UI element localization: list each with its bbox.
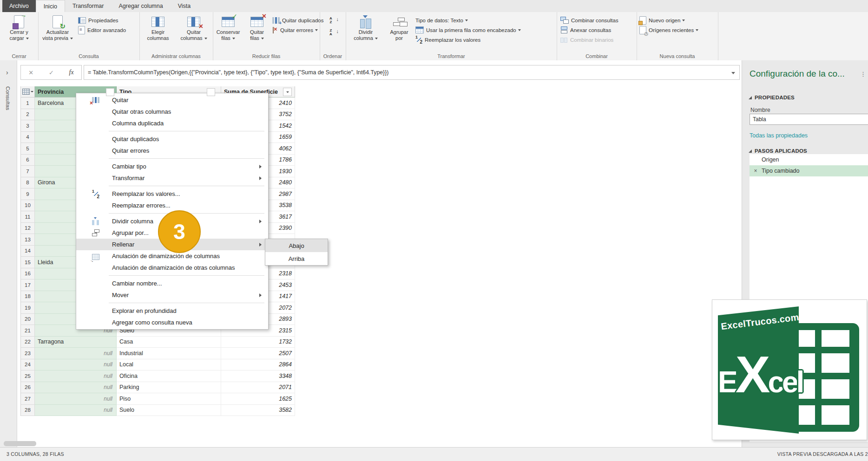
row-number[interactable]: 20 (21, 314, 35, 325)
row-number[interactable]: 22 (21, 337, 35, 348)
row-number[interactable]: 7 (21, 166, 35, 177)
row-number[interactable]: 9 (21, 188, 35, 200)
all-properties-link[interactable]: Todas las propiedades (750, 132, 808, 139)
cell-suma-de-superficie[interactable]: 2864 (221, 359, 295, 371)
cell-tipo[interactable]: Local (117, 359, 221, 371)
sort-descending-button[interactable] (327, 26, 338, 39)
menu-item[interactable]: Mover (76, 289, 268, 301)
row-number[interactable]: 10 (21, 200, 35, 212)
close-and-load-button[interactable]: Cerrar y cargar (2, 14, 36, 52)
panel-options-icon[interactable]: ⋮ (860, 71, 866, 78)
tab-vista[interactable]: Vista (171, 0, 198, 12)
tab-archivo[interactable]: Archivo (2, 0, 36, 12)
menu-item[interactable]: Cambiar tipo (76, 161, 268, 172)
row-number[interactable]: 4 (21, 132, 35, 143)
cell-tipo[interactable]: Parking (117, 382, 221, 394)
row-number[interactable]: 8 (21, 177, 35, 189)
step-tipo-cambiado[interactable]: × Tipo cambiado (750, 165, 868, 176)
confirm-formula-icon[interactable]: ✓ (49, 69, 54, 76)
applied-steps-section-header[interactable]: PASOS APLICADOS (749, 148, 807, 154)
split-column-button[interactable]: Dividir columna (348, 14, 384, 52)
keep-rows-button[interactable]: Conservar filas (214, 14, 243, 52)
remove-duplicates-button[interactable]: Quitar duplicados (272, 15, 324, 25)
menu-item[interactable]: Agregar como consulta nueva (76, 317, 268, 328)
cell-provincia[interactable]: null (35, 405, 117, 416)
menu-item[interactable]: Cambiar nombre... (76, 278, 268, 289)
recent-sources-button[interactable]: Orígenes recientes (639, 25, 698, 35)
menu-item[interactable]: Anulación de dinamización de columnas (76, 250, 268, 262)
query-name-input[interactable] (750, 114, 868, 125)
formula-input[interactable]: = Table.TransformColumnTypes(Origen,{{"P… (84, 65, 740, 80)
row-number[interactable]: 14 (21, 246, 35, 257)
menu-item[interactable]: Anulación de dinamización de otras colum… (76, 262, 268, 273)
row-number[interactable]: 5 (21, 143, 35, 155)
menu-item[interactable]: Quitar (76, 94, 268, 106)
queries-pane-label[interactable]: Consultas (5, 86, 11, 110)
tab-inicio[interactable]: Inicio (36, 0, 65, 12)
menu-item[interactable]: Quitar errores (76, 145, 268, 156)
advanced-editor-button[interactable]: Editor avanzado (78, 25, 126, 35)
cell-tipo[interactable]: Industrial (117, 348, 221, 359)
row-number[interactable]: 2 (21, 109, 35, 121)
menu-item[interactable]: Transformar (76, 172, 268, 184)
row-number[interactable]: 1 (21, 97, 35, 109)
tab-agregar-columna[interactable]: Agregar columna (111, 0, 170, 12)
sort-ascending-button[interactable] (327, 14, 338, 26)
cell-suma-de-superficie[interactable]: 2071 (221, 382, 295, 394)
row-number[interactable]: 16 (21, 268, 35, 280)
step-origen[interactable]: Origen (750, 154, 868, 165)
remove-columns-button[interactable]: Quitar columnas (176, 14, 212, 52)
cell-suma-de-superficie[interactable]: 2507 (221, 348, 295, 359)
cell-suma-de-superficie[interactable]: 1625 (221, 393, 295, 405)
row-number[interactable]: 12 (21, 223, 35, 234)
menu-item[interactable]: Reemplazar los valores... (76, 188, 268, 200)
row-number[interactable]: 3 (21, 120, 35, 132)
new-source-button[interactable]: Nuevo origen (639, 15, 698, 25)
merge-queries-button[interactable]: Combinar consultas (560, 15, 618, 25)
cell-provincia[interactable]: null (35, 348, 117, 359)
refresh-preview-button[interactable]: Actualizar vista previa (39, 14, 76, 52)
submenu-item-arriba[interactable]: Arriba (265, 252, 328, 265)
group-by-button[interactable]: Agrupar por (385, 14, 414, 52)
data-type-button[interactable]: Tipo de datos: Texto (415, 15, 521, 25)
row-number[interactable]: 11 (21, 211, 35, 223)
cell-tipo[interactable]: Oficina (117, 370, 221, 382)
row-number[interactable]: 23 (21, 348, 35, 359)
menu-item[interactable]: Quitar otras columnas (76, 106, 268, 117)
menu-item[interactable]: Quitar duplicados (76, 133, 268, 145)
first-row-as-header-button[interactable]: Usar la primera fila como encabezado (415, 25, 521, 35)
cell-provincia[interactable]: null (35, 382, 117, 394)
append-queries-button[interactable]: Anexar consultas (560, 25, 618, 35)
row-number[interactable]: 21 (21, 325, 35, 337)
formula-expand-caret[interactable] (731, 72, 735, 74)
properties-section-header[interactable]: PROPIEDADES (749, 95, 795, 100)
remove-errors-button[interactable]: Quitar errores (272, 25, 324, 35)
submenu-item-abajo[interactable]: Abajo (265, 239, 328, 252)
cell-suma-de-superficie[interactable]: 1732 (221, 337, 295, 348)
cancel-formula-icon[interactable]: ✕ (28, 69, 33, 76)
tab-transformar[interactable]: Transformar (65, 0, 112, 12)
menu-item[interactable]: Columna duplicada (76, 117, 268, 129)
row-number[interactable]: 19 (21, 302, 35, 314)
cell-provincia[interactable]: null (35, 393, 117, 405)
cell-tipo[interactable]: Piso (117, 393, 221, 405)
row-number[interactable]: 17 (21, 279, 35, 291)
cell-suma-de-superficie[interactable]: 3348 (221, 370, 295, 382)
cell-provincia[interactable]: null (35, 359, 117, 371)
row-number[interactable]: 18 (21, 291, 35, 303)
table-corner-button[interactable] (21, 86, 35, 97)
row-number[interactable]: 26 (21, 382, 35, 394)
menu-item[interactable]: Reemplazar errores... (76, 200, 268, 211)
row-number[interactable]: 27 (21, 393, 35, 405)
row-number[interactable]: 28 (21, 405, 35, 416)
cell-provincia[interactable]: null (35, 370, 117, 382)
cell-suma-de-superficie[interactable]: 3582 (221, 405, 295, 416)
row-number[interactable]: 6 (21, 155, 35, 166)
cell-provincia[interactable]: Tarragona null (35, 337, 117, 348)
filter-button-provincia[interactable] (106, 88, 114, 96)
filter-button-tipo[interactable] (207, 88, 215, 96)
properties-button[interactable]: Propiedades (78, 15, 126, 25)
delete-step-icon[interactable]: × (750, 168, 762, 174)
row-number[interactable]: 13 (21, 234, 35, 246)
row-number[interactable]: 25 (21, 370, 35, 382)
